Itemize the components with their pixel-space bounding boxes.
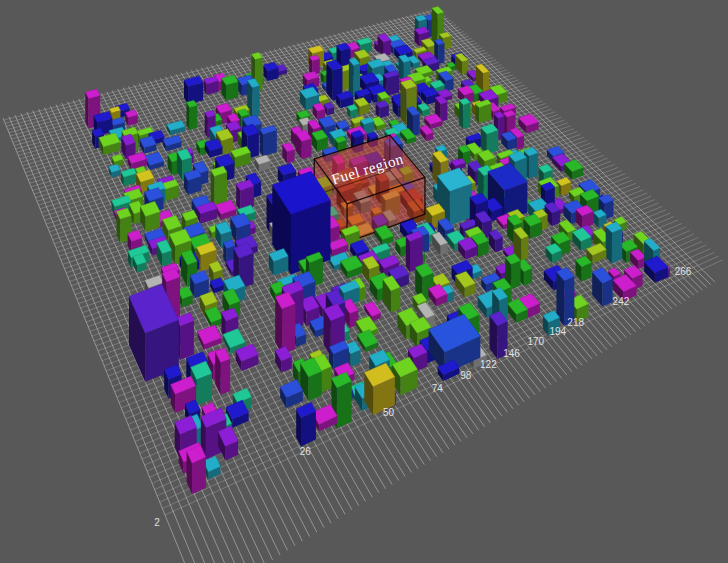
axis-tick-label: 218 <box>567 317 584 328</box>
axis-tick-label: 26 <box>300 446 312 457</box>
axis-tick-label: 170 <box>527 336 544 347</box>
scene-canvas: Fuel region22650749812214617019421824226… <box>0 0 728 563</box>
axis-tick-label: 98 <box>460 370 472 381</box>
axis-tick-label: 242 <box>613 296 630 307</box>
axis-tick-label: 50 <box>383 407 395 418</box>
axis-tick-label: 74 <box>432 383 444 394</box>
axis-tick-label: 266 <box>675 266 692 277</box>
axis-tick-label: 194 <box>549 326 566 337</box>
axis-tick-label: 2 <box>154 517 160 528</box>
axis-tick-label: 146 <box>503 348 520 359</box>
3d-viewport[interactable]: Fuel region22650749812214617019421824226… <box>0 0 728 563</box>
axis-tick-label: 122 <box>480 359 497 370</box>
